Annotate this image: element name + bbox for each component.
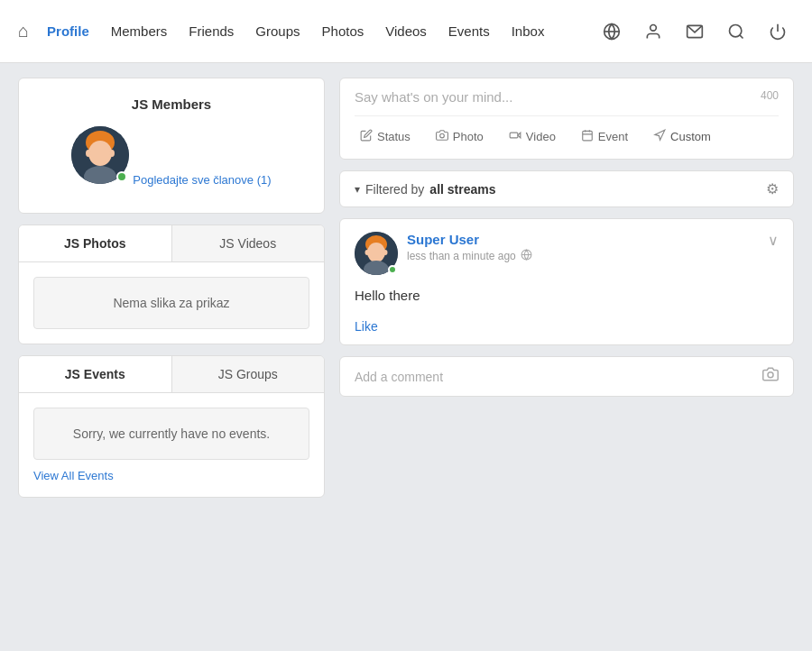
post-meta: less than a minute ago — [407, 249, 532, 263]
svg-rect-14 — [510, 133, 518, 138]
pencil-icon — [360, 129, 373, 144]
post-user-info: Super User less than a minute ago — [407, 232, 532, 263]
svg-line-5 — [740, 34, 743, 38]
video-icon — [509, 129, 521, 144]
photos-tab-content: Nema slika za prikaz — [19, 262, 324, 344]
right-content: Say what's on your mind... 400 Status — [339, 78, 794, 498]
members-title: JS Members — [37, 96, 306, 112]
photos-videos-tabs: JS Photos JS Videos — [19, 225, 324, 262]
comment-placeholder[interactable]: Add a comment — [355, 370, 443, 384]
calendar-icon — [581, 129, 594, 144]
globe-icon[interactable] — [595, 15, 628, 48]
user-icon[interactable] — [637, 15, 669, 48]
comment-camera-icon[interactable] — [762, 366, 779, 387]
power-icon[interactable] — [761, 15, 794, 48]
svg-point-9 — [88, 141, 112, 166]
nav-events[interactable]: Events — [439, 18, 499, 44]
avatar-container — [71, 126, 129, 184]
globe-icon — [521, 249, 532, 263]
events-tab-content: Sorry, we currently have no events. View… — [19, 393, 324, 497]
megaphone-icon — [653, 129, 666, 144]
post-card: Super User less than a minute ago — [339, 218, 794, 345]
online-indicator — [116, 171, 127, 182]
nav-friends[interactable]: Friends — [180, 18, 243, 44]
svg-point-22 — [367, 243, 385, 262]
svg-point-23 — [365, 250, 370, 255]
post-box: Say what's on your mind... 400 Status — [339, 78, 794, 160]
svg-point-10 — [86, 150, 91, 157]
svg-point-2 — [651, 24, 657, 31]
events-groups-tabs: JS Events JS Groups — [19, 356, 324, 393]
custom-button[interactable]: Custom — [648, 125, 716, 148]
nav-photos[interactable]: Photos — [313, 18, 374, 44]
post-placeholder[interactable]: Say what's on your mind... — [355, 89, 761, 105]
post-username[interactable]: Super User — [407, 232, 532, 247]
comment-box: Add a comment — [339, 356, 794, 397]
svg-rect-16 — [583, 131, 593, 141]
members-card: JS Members — [18, 78, 325, 214]
nav-inbox[interactable]: Inbox — [503, 18, 554, 44]
tab-js-events[interactable]: JS Events — [19, 356, 172, 392]
photo-button[interactable]: Photo — [430, 125, 489, 148]
photos-empty-message: Nema slika za prikaz — [33, 277, 309, 329]
post-avatar — [355, 232, 398, 275]
custom-label: Custom — [670, 130, 711, 143]
tab-js-groups[interactable]: JS Groups — [172, 356, 325, 392]
home-icon[interactable]: ⌂ — [18, 21, 29, 41]
events-empty-message: Sorry, we currently have no events. — [33, 408, 309, 460]
post-body: Hello there — [340, 284, 793, 314]
photos-videos-card: JS Photos JS Videos Nema slika za prikaz — [18, 225, 325, 344]
filter-info: ▾ Filtered by all streams — [355, 182, 496, 197]
main-layout: JS Members — [0, 63, 812, 512]
chevron-down-icon[interactable]: ▾ — [355, 183, 360, 196]
event-label: Event — [598, 130, 628, 143]
filter-bar: ▾ Filtered by all streams ⚙ — [339, 170, 794, 207]
left-sidebar: JS Members — [18, 78, 325, 498]
gear-icon[interactable]: ⚙ — [766, 180, 779, 197]
event-button[interactable]: Event — [576, 125, 633, 148]
filter-prefix: Filtered by — [365, 182, 424, 197]
search-icon[interactable] — [720, 15, 752, 48]
camera-icon — [436, 129, 448, 144]
post-timestamp: less than a minute ago — [407, 250, 516, 262]
mail-icon[interactable] — [678, 15, 711, 48]
video-label: Video — [526, 130, 556, 143]
post-input-area: Say what's on your mind... 400 — [355, 89, 779, 105]
view-members-link[interactable]: Pogledajte sve članove (1) — [133, 173, 271, 187]
nav-members[interactable]: Members — [102, 18, 177, 44]
char-count: 400 — [761, 89, 779, 102]
svg-point-24 — [383, 250, 388, 255]
video-button[interactable]: Video — [503, 125, 561, 148]
top-nav: ⌂ Profile Members Friends Groups Photos … — [0, 0, 812, 63]
svg-point-13 — [440, 133, 445, 138]
nav-groups[interactable]: Groups — [246, 18, 309, 44]
like-button[interactable]: Like — [355, 319, 378, 334]
nav-profile[interactable]: Profile — [38, 18, 98, 44]
events-groups-card: JS Events JS Groups Sorry, we currently … — [18, 355, 325, 498]
tab-js-videos[interactable]: JS Videos — [172, 225, 325, 261]
svg-point-28 — [768, 372, 773, 378]
post-avatar-area: Super User less than a minute ago — [355, 232, 532, 275]
post-like-area: Like — [340, 314, 793, 344]
post-online-indicator — [388, 265, 397, 274]
tab-js-photos[interactable]: JS Photos — [19, 225, 172, 261]
post-header: Super User less than a minute ago — [340, 219, 793, 284]
photo-label: Photo — [453, 130, 484, 143]
svg-point-11 — [109, 150, 115, 157]
svg-point-4 — [730, 24, 742, 36]
filter-stream-name: all streams — [429, 182, 495, 197]
status-label: Status — [377, 130, 411, 143]
nav-videos[interactable]: Videos — [376, 18, 436, 44]
nav-icon-group — [595, 15, 794, 48]
collapse-icon[interactable]: ∨ — [768, 232, 779, 249]
status-button[interactable]: Status — [355, 125, 416, 148]
post-actions: Status Photo — [355, 115, 779, 148]
view-all-events-link[interactable]: View All Events — [33, 469, 309, 482]
